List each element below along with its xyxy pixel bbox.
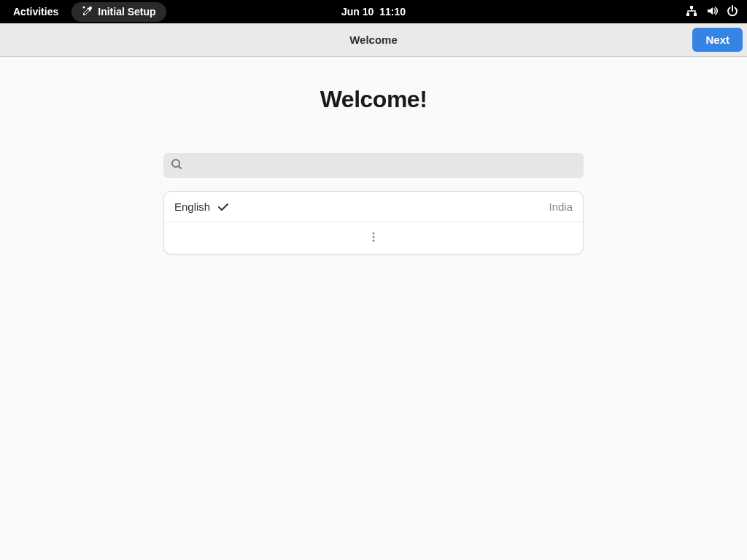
next-button[interactable]: Next [692, 28, 743, 52]
activities-button[interactable]: Activities [6, 3, 66, 20]
network-icon[interactable] [686, 5, 697, 19]
page-heading: Welcome! [320, 86, 427, 113]
system-status-area[interactable] [686, 5, 741, 19]
check-icon [217, 201, 229, 213]
headerbar-title: Welcome [349, 34, 398, 46]
language-row-english[interactable]: English India [164, 192, 583, 222]
language-region: India [549, 201, 573, 213]
language-list: English India [163, 191, 584, 254]
next-button-label: Next [705, 34, 729, 46]
svg-point-5 [373, 232, 375, 234]
content-area: Welcome! English India [0, 57, 747, 254]
search-input[interactable] [188, 160, 576, 172]
top-panel-left: Activities Initial Setup [6, 2, 166, 22]
svg-rect-2 [686, 13, 689, 16]
app-menu-label: Initial Setup [98, 6, 155, 18]
svg-point-6 [373, 236, 375, 238]
search-icon [171, 158, 182, 173]
date-label: Jun 10 [341, 6, 374, 18]
more-languages-button[interactable] [164, 222, 583, 254]
svg-point-0 [83, 6, 85, 8]
language-name: English [174, 201, 210, 213]
top-panel: Activities Initial Setup Jun 10 11:10 [0, 0, 747, 23]
svg-point-7 [373, 239, 375, 241]
tools-icon [82, 5, 93, 19]
svg-rect-3 [694, 13, 697, 16]
clock[interactable]: Jun 10 11:10 [341, 6, 406, 18]
app-menu[interactable]: Initial Setup [71, 2, 166, 22]
activities-label: Activities [13, 6, 58, 18]
more-icon [368, 231, 379, 246]
language-search[interactable] [163, 153, 584, 178]
header-bar: Welcome Next [0, 23, 747, 57]
time-label: 11:10 [379, 6, 406, 18]
svg-rect-1 [690, 6, 693, 9]
power-icon[interactable] [727, 5, 738, 19]
volume-icon[interactable] [706, 5, 718, 19]
